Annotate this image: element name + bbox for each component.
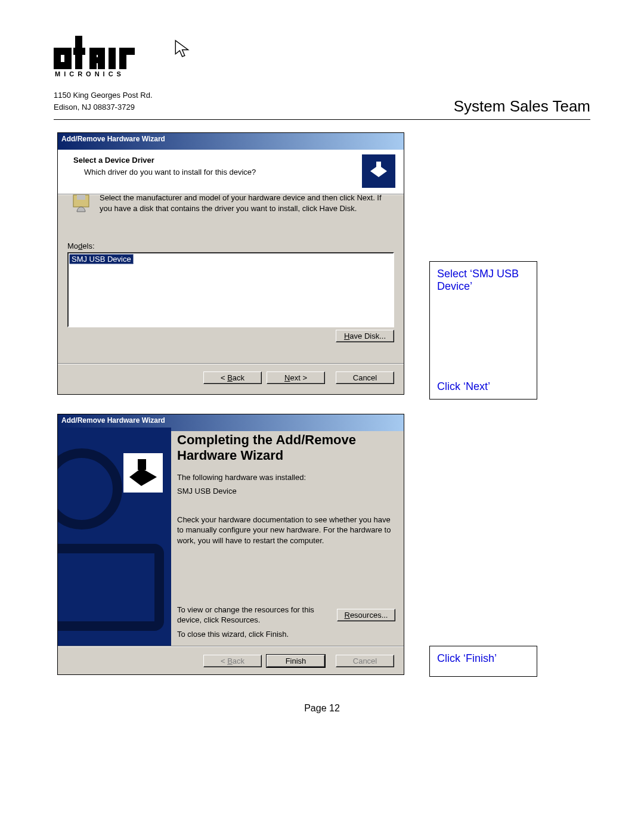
completing-heading: Completing the Add/Remove Hardware Wizar… — [177, 432, 395, 464]
check-hardware-text: Check your hardware documentation to see… — [177, 515, 395, 546]
page-header: MICRONICS 1150 King Georges Post Rd. Edi… — [54, 30, 590, 120]
finish-button[interactable]: Finish — [267, 655, 325, 667]
svg-rect-5 — [73, 48, 85, 55]
dialog-header-panel: Select a Device Driver Which driver do y… — [58, 150, 404, 194]
dialog-button-row: < Back Next > Cancel — [203, 371, 394, 384]
address-line-2: Edison, NJ 08837-3729 — [54, 101, 153, 113]
brand-logo: MICRONICS — [54, 30, 173, 79]
have-disk-button[interactable]: Have Disk... — [336, 330, 394, 342]
back-button[interactable]: < Back — [203, 371, 262, 384]
installed-label: The following hardware was installed: — [177, 472, 395, 483]
callout-line: Click ‘Next’ — [437, 380, 490, 393]
svg-rect-1 — [54, 48, 61, 62]
annotation-callout-2: Click ‘Finish’ — [429, 646, 537, 677]
dialog-button-row: < Back Finish Cancel — [203, 655, 394, 667]
wizard-dialog-select-driver: Add/Remove Hardware Wizard Select a Devi… — [57, 132, 404, 395]
callout-line: Device’ — [437, 280, 530, 293]
close-wizard-text: To close this wizard, click Finish. — [177, 629, 289, 640]
svg-rect-12 — [119, 48, 135, 55]
list-item[interactable]: SMJ USB Device — [69, 254, 134, 264]
svg-rect-14 — [376, 162, 381, 168]
callout-line: Click ‘Finish’ — [437, 652, 530, 665]
company-address: 1150 King Georges Post Rd. Edison, NJ 08… — [54, 89, 153, 113]
hardware-icon — [362, 154, 395, 188]
svg-rect-16 — [77, 195, 85, 200]
page-number: Page 12 — [304, 703, 340, 713]
instruction-body: Select the manufacturer and model of you… — [100, 193, 382, 213]
cancel-button[interactable]: Cancel — [336, 371, 394, 384]
svg-text:MICRONICS: MICRONICS — [55, 70, 125, 78]
installed-device: SMJ USB Device — [177, 486, 395, 497]
svg-rect-9 — [89, 57, 105, 63]
svg-rect-21 — [138, 459, 146, 470]
panel-title: Select a Device Driver — [73, 156, 154, 165]
annotation-callout-1: Select ‘SMJ USB Device’ Click ‘Next’ — [429, 261, 537, 400]
dialog-titlebar: Add/Remove Hardware Wizard — [58, 133, 404, 150]
svg-rect-10 — [109, 48, 116, 69]
next-button[interactable]: Next > — [267, 371, 325, 384]
department-title: System Sales Team — [454, 97, 590, 116]
panel-subtitle: Which driver do you want to install for … — [84, 168, 256, 176]
have-disk-button-wrap: Have Disk... — [336, 330, 394, 342]
diskette-icon — [71, 193, 91, 213]
cancel-button[interactable]: Cancel — [336, 655, 394, 667]
address-line-1: 1150 King Georges Post Rd. — [54, 89, 153, 101]
cursor-arrow-icon — [173, 39, 193, 63]
models-label: Models: — [67, 241, 95, 250]
brand-wordmark: MICRONICS — [54, 30, 173, 79]
svg-rect-3 — [64, 55, 72, 69]
models-listbox[interactable]: SMJ USB Device — [67, 252, 394, 327]
instruction-text: Select the manufacturer and model of you… — [100, 193, 392, 213]
wizard-dialog-completing: Add/Remove Hardware Wizard Completing th… — [57, 414, 404, 675]
page-footer: Page 12 — [0, 703, 644, 714]
resources-row: To view or change the resources for this… — [177, 605, 395, 625]
back-button[interactable]: < Back — [203, 655, 262, 667]
callout-line: Select ‘SMJ USB — [437, 268, 530, 280]
document-page: MICRONICS 1150 King Georges Post Rd. Edi… — [0, 0, 644, 833]
wizard-content: Completing the Add/Remove Hardware Wizar… — [177, 432, 395, 646]
resources-button[interactable]: Resources... — [337, 609, 395, 621]
separator — [58, 363, 404, 364]
separator — [58, 646, 404, 647]
resources-text: To view or change the resources for this… — [177, 605, 330, 625]
wizard-side-graphic — [58, 428, 171, 646]
